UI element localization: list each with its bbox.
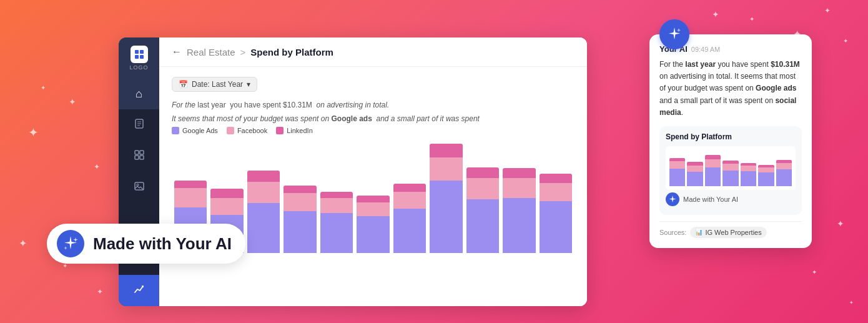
bar-group <box>284 186 316 253</box>
bar-group <box>430 144 462 253</box>
svg-rect-11 <box>140 156 144 159</box>
insight-line2: It seems that most of your budget was sp… <box>172 113 575 124</box>
bold-last-year: last year <box>685 60 716 69</box>
page-header: ← Real Estate > Spend by Platform <box>159 37 587 67</box>
sidebar-item-document[interactable] <box>119 109 159 141</box>
mini-bar-group <box>705 155 721 186</box>
bar-group <box>320 192 353 253</box>
mini-bar-group <box>687 162 703 186</box>
bold-amount: $10.31M <box>771 60 800 69</box>
source-tag-label: IG Web Properties <box>705 229 761 236</box>
star-decoration-9: ✦ <box>69 97 76 107</box>
mini-chart-title: Spend by Platform <box>666 132 796 141</box>
svg-rect-3 <box>140 55 144 59</box>
bold-social-media: social media <box>659 96 796 117</box>
svg-rect-10 <box>135 156 139 159</box>
sidebar-item-grid[interactable] <box>119 141 159 172</box>
svg-rect-0 <box>135 50 139 54</box>
legend-facebook: Facebook <box>227 127 267 134</box>
sidebar-item-chart[interactable] <box>119 275 159 306</box>
chart-legend: Google Ads Facebook LinkedIn <box>172 127 575 134</box>
legend-dot-facebook <box>227 127 234 134</box>
sidebar-logo[interactable]: LOGO <box>119 37 159 78</box>
chat-timestamp: 09:49 AM <box>691 46 720 53</box>
app-window: LOGO ⌂ <box>119 37 587 306</box>
chart-icon <box>134 284 145 298</box>
made-with-badge: Made with Your AI <box>47 224 245 264</box>
star-decoration-14: ✦ <box>97 287 103 296</box>
bar-group <box>540 174 572 253</box>
mini-bar-group <box>776 160 792 186</box>
insight-line1: For the last year you have spent $10.31M… <box>172 99 575 111</box>
breadcrumb-current: Spend by Platform <box>250 47 333 57</box>
star-decoration-10: ✦ <box>41 84 46 91</box>
source-bar-icon: 📊 <box>695 229 703 236</box>
home-icon: ⌂ <box>136 87 142 101</box>
legend-linkedin: LinkedIn <box>276 127 313 134</box>
chart-area: 📅 Date: Last Year ▾ For the last year yo… <box>159 67 587 306</box>
mini-badge-icon <box>666 192 679 206</box>
filter-label: Date: Last Year <box>192 80 243 89</box>
bar-group <box>357 196 389 253</box>
star-decoration-5: ✦ <box>843 37 848 44</box>
badge-label: Made with Your AI <box>93 234 232 254</box>
bar-group <box>247 171 280 253</box>
sidebar-item-home[interactable]: ⌂ <box>119 78 159 109</box>
star-decoration-1: ✦ <box>712 9 719 19</box>
svg-point-13 <box>137 184 139 186</box>
logo-text: LOGO <box>129 64 148 71</box>
breadcrumb-separator: > <box>240 47 246 57</box>
calendar-icon: 📅 <box>179 80 188 89</box>
back-button[interactable]: ← <box>172 46 182 57</box>
mini-bar-group <box>758 165 774 186</box>
logo-icon <box>131 46 148 63</box>
source-tag: 📊 IG Web Properties <box>690 227 766 238</box>
star-decoration-12: ✦ <box>19 237 27 249</box>
legend-label-linkedin: LinkedIn <box>287 127 313 134</box>
bar-group <box>393 184 426 253</box>
bar-group <box>466 167 499 253</box>
mini-made-with-badge: Made with Your AI <box>666 190 796 209</box>
legend-dot-google <box>172 127 179 134</box>
mini-bar-group <box>669 158 685 186</box>
star-decoration-17: ✦ <box>849 300 854 306</box>
bold-google-ads: Google ads <box>756 84 796 92</box>
chat-message: For the last year you have spent $10.31M… <box>659 59 802 119</box>
filter-bar: 📅 Date: Last Year ▾ <box>172 77 575 92</box>
star-decoration-4: ✦ <box>824 6 831 15</box>
star-decoration-16: ✦ <box>812 269 817 276</box>
svg-rect-1 <box>140 50 144 54</box>
mini-chart-visual <box>666 146 796 190</box>
chevron-down-icon: ▾ <box>247 80 250 89</box>
badge-sparkle-icon <box>57 230 84 257</box>
mini-bar-group <box>723 161 738 186</box>
image-icon <box>134 181 145 195</box>
mini-badge-label: Made with Your AI <box>683 196 738 203</box>
star-decoration-15: ✦ <box>837 219 844 229</box>
svg-rect-8 <box>135 151 139 154</box>
grid-icon <box>134 149 145 164</box>
star-decoration-2: ✦ <box>749 16 754 22</box>
document-icon <box>134 118 145 132</box>
sidebar: LOGO ⌂ <box>119 37 159 306</box>
mini-chart-card: Spend by Platform Made with Your AI <box>659 126 802 215</box>
sources-label: Sources: <box>659 229 686 236</box>
legend-dot-linkedin <box>276 127 284 134</box>
mini-bar-group <box>741 163 756 186</box>
sources-row: Sources: 📊 IG Web Properties <box>659 221 802 238</box>
bar-group <box>503 168 535 253</box>
date-filter-button[interactable]: 📅 Date: Last Year ▾ <box>172 77 257 92</box>
legend-label-facebook: Facebook <box>237 127 267 134</box>
chat-panel: Your AI 09:49 AM For the last year you h… <box>649 34 812 248</box>
ai-avatar <box>659 19 689 49</box>
star-decoration-8: ✦ <box>28 125 39 140</box>
svg-rect-2 <box>135 55 139 59</box>
legend-google-ads: Google Ads <box>172 127 218 134</box>
main-content: ← Real Estate > Spend by Platform 📅 Date… <box>159 37 587 306</box>
legend-label-google: Google Ads <box>182 127 218 134</box>
svg-rect-9 <box>140 151 144 154</box>
star-decoration-11: ✦ <box>94 162 100 171</box>
breadcrumb-parent: Real Estate <box>187 47 235 57</box>
sidebar-item-image[interactable] <box>119 172 159 203</box>
